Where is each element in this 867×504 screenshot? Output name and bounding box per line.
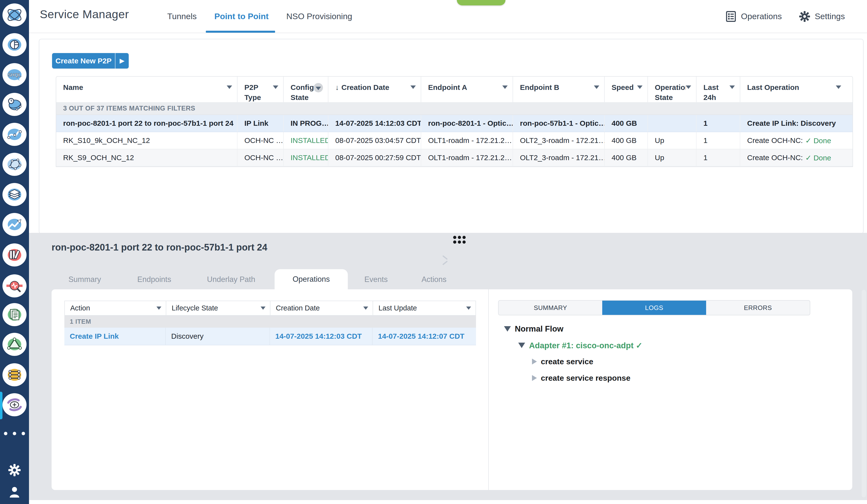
cell-last-24h: 1 [697, 132, 740, 149]
more-icon[interactable] [0, 432, 29, 435]
layers-icon[interactable] [2, 183, 26, 206]
create-new-p2p-label[interactable]: Create New P2P [52, 53, 116, 68]
tab-logs[interactable]: LOGS [602, 301, 706, 315]
atom-icon[interactable] [2, 3, 26, 26]
filter-active-indicator[interactable] [314, 83, 323, 92]
operations-button[interactable]: Operations [725, 11, 782, 22]
books-icon[interactable] [2, 244, 26, 267]
node-grid-icon[interactable] [2, 363, 26, 386]
cell-p2p-type: OCH-NC … [237, 132, 284, 149]
cell-speed: 400 GB [605, 132, 648, 149]
triangle-network-icon[interactable] [2, 333, 26, 356]
user-icon[interactable] [0, 486, 29, 498]
table-row[interactable]: RK_S10_9k_OCH_NC_12 OCH-NC … INSTALLED 0… [56, 132, 853, 149]
filter-caret-icon[interactable] [227, 85, 232, 89]
collapsed-triangle-icon[interactable] [532, 358, 537, 364]
pulse-search-icon[interactable] [2, 274, 26, 298]
filter-caret-icon[interactable] [836, 85, 841, 89]
create-p2p-dropdown-arrow-icon[interactable]: ▶ [116, 53, 129, 68]
column-header-endpoint-b[interactable]: Endpoint B [513, 77, 605, 102]
detail-panel: ron-poc-8201-1 port 22 to ron-poc-57b1-1… [29, 233, 867, 500]
globe-clock-icon[interactable] [2, 93, 26, 116]
panel-collapse-chevron-icon[interactable] [442, 255, 449, 266]
panel-drag-handle[interactable] [453, 236, 467, 244]
tab-summary[interactable]: Summary [68, 275, 101, 284]
tab-underlay-path[interactable]: Underlay Path [207, 275, 255, 284]
column-header-action[interactable]: Action [64, 301, 166, 315]
create-new-p2p-button[interactable]: Create New P2P ▶ [52, 53, 129, 68]
cell-config-state: IN PROG… [284, 115, 328, 132]
wave-path-icon[interactable] [2, 123, 26, 146]
detail-title: ron-poc-8201-1 port 22 to ron-poc-57b1-1… [52, 242, 267, 253]
column-header-lifecycle-state[interactable]: Lifecycle State [166, 301, 270, 315]
settings-button[interactable]: Settings [799, 11, 845, 22]
detail-tabs: Summary Endpoints Underlay Path Operatio… [29, 269, 867, 289]
settings-label: Settings [815, 12, 845, 21]
tab-operations[interactable]: Operations [275, 269, 348, 289]
filter-summary: 3 OUT OF 37 ITEMS MATCHING FILTERS [56, 102, 853, 115]
table-row[interactable]: ron-poc-8201-1 port 22 to ron-poc-57b1-1… [56, 115, 853, 132]
column-header-operation-state[interactable]: Operation State [648, 77, 697, 102]
tab-events[interactable]: Events [364, 275, 388, 284]
column-header-speed[interactable]: Speed [605, 77, 648, 102]
tab-errors[interactable]: ERRORS [706, 301, 810, 315]
trend-chart-icon[interactable] [2, 213, 26, 236]
expanded-triangle-icon[interactable] [504, 326, 511, 332]
cell-endpoint-a: ron-poc-8201-1 - Optic… [421, 115, 513, 132]
filter-caret-icon[interactable] [273, 85, 278, 89]
cell-endpoint-a: OLT1-roadm - 172.21.2… [421, 132, 513, 149]
operations-list-icon [725, 11, 737, 22]
expanded-triangle-icon[interactable] [518, 343, 525, 348]
operations-label: Operations [741, 12, 782, 21]
notification-pill[interactable] [457, 0, 505, 6]
log-tree-node-create-service-response[interactable]: create service response [532, 373, 631, 383]
column-header-creation-date[interactable]: ↓Creation Date [328, 77, 421, 102]
filter-caret-icon[interactable] [410, 85, 416, 89]
filter-caret-icon[interactable] [157, 307, 161, 310]
vertical-scrollbar[interactable] [861, 290, 866, 497]
operations-tab-content: Action Lifecycle State Creation Date Las… [52, 289, 852, 490]
filter-caret-icon[interactable] [594, 85, 599, 89]
gear-icon [799, 11, 810, 22]
tab-point-to-point[interactable]: Point to Point [213, 12, 270, 21]
column-header-last-update[interactable]: Last Update [373, 301, 476, 315]
column-header-last-operation[interactable]: Last Operation [740, 77, 846, 102]
column-header-p2p-type[interactable]: P2P Type [237, 77, 284, 102]
filter-caret-icon[interactable] [729, 85, 735, 89]
operation-row[interactable]: Create IP Link Discovery 14-07-2025 14:1… [64, 328, 476, 345]
filter-caret-icon[interactable] [502, 85, 508, 89]
cell-endpoint-b: OLT2_3-roadm - 172.21… [513, 132, 605, 149]
cell-last-operation: Create OCH-NC:✓ Done [740, 132, 846, 149]
cell-action-link[interactable]: Create IP Link [64, 328, 166, 345]
log-tree-node-normal-flow[interactable]: Normal Flow [504, 323, 564, 334]
filter-caret-icon[interactable] [686, 85, 691, 89]
column-header-creation-date[interactable]: Creation Date [270, 301, 373, 315]
tab-tunnels[interactable]: Tunnels [166, 12, 198, 21]
filter-caret-icon[interactable] [363, 307, 368, 310]
filter-caret-icon[interactable] [466, 307, 471, 310]
table-row[interactable]: RK_S9_OCH_NC_12 OCH-NC … INSTALLED 08-07… [56, 149, 853, 167]
documents-icon[interactable] [2, 303, 26, 326]
column-header-name[interactable]: Name [56, 77, 237, 102]
app-sidebar: SHQL [0, 0, 29, 504]
column-header-configuration-state[interactable]: Configuration State [284, 77, 328, 102]
collapsed-triangle-icon[interactable] [532, 375, 537, 381]
top-actions: Operations Settings [725, 0, 845, 33]
tab-nso-provisioning[interactable]: NSO Provisioning [285, 12, 354, 21]
page-title: Service Manager [40, 7, 129, 21]
add-network-icon[interactable] [2, 393, 26, 416]
filter-caret-icon[interactable] [637, 85, 643, 89]
shql-icon[interactable]: SHQL [2, 63, 26, 86]
tab-log-summary[interactable]: SUMMARY [499, 301, 602, 315]
segmented-circle-icon[interactable] [2, 33, 26, 56]
log-tree-node-adapter[interactable]: Adapter #1: cisco-onc-adpt ✓ [518, 340, 643, 351]
p2p-table-header: Name P2P Type Configuration State ↓Creat… [56, 77, 853, 102]
column-header-last-24h-operation[interactable]: Last 24h Operation [697, 77, 740, 102]
column-header-endpoint-a[interactable]: Endpoint A [421, 77, 513, 102]
tab-actions[interactable]: Actions [421, 275, 447, 284]
sidebar-settings-gear-icon[interactable] [0, 464, 29, 476]
polygon-network-icon[interactable] [2, 153, 26, 176]
tab-endpoints[interactable]: Endpoints [137, 275, 171, 284]
filter-caret-icon[interactable] [260, 307, 266, 310]
log-tree-node-create-service[interactable]: create service [532, 356, 593, 367]
